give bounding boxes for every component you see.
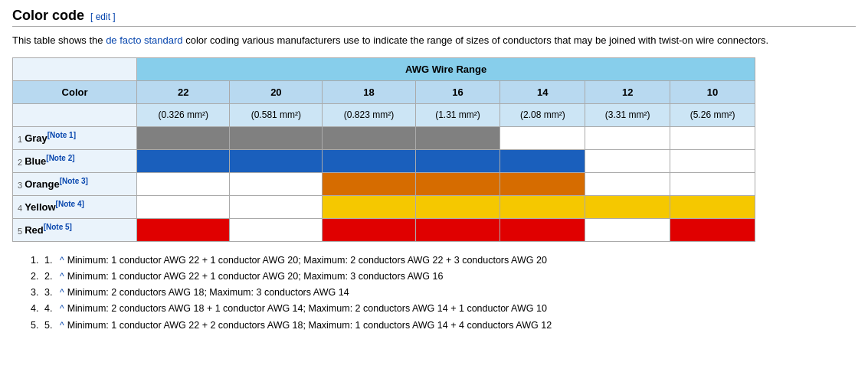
footnote-item: 5.^ Minimum: 1 conductor AWG 22 + 2 cond… bbox=[31, 318, 856, 334]
mm-22: (0.326 mm²) bbox=[137, 103, 230, 126]
color-cell bbox=[670, 172, 755, 195]
col-18: 18 bbox=[323, 80, 415, 103]
footnote-text: Minimum: 2 conductors AWG 18; Maximum: 3… bbox=[67, 285, 349, 301]
empty-corner bbox=[13, 57, 137, 80]
color-cell bbox=[137, 126, 230, 149]
color-cell bbox=[137, 195, 230, 218]
color-label: Orange bbox=[25, 179, 60, 191]
color-cell bbox=[415, 172, 500, 195]
section-title: Color code [ edit ] bbox=[12, 8, 856, 27]
col-10: 10 bbox=[670, 80, 755, 103]
color-cell bbox=[670, 126, 755, 149]
awg-header: AWG Wire Range bbox=[137, 57, 755, 80]
footnote-text: Minimum: 1 conductor AWG 22 + 1 conducto… bbox=[67, 253, 547, 269]
footnote-number: 3. bbox=[44, 285, 57, 301]
note-link[interactable]: [Note 5] bbox=[44, 223, 72, 231]
table-row: 4Yellow[Note 4] bbox=[13, 195, 755, 218]
note-link[interactable]: [Note 1] bbox=[47, 131, 76, 139]
footnote-item: 2.^ Minimum: 1 conductor AWG 22 + 1 cond… bbox=[31, 269, 856, 285]
color-cell bbox=[415, 195, 500, 218]
footnote-number: 1. bbox=[44, 253, 57, 269]
color-cell bbox=[323, 195, 415, 218]
color-cell bbox=[323, 218, 415, 241]
footnotes-section: 1.^ Minimum: 1 conductor AWG 22 + 1 cond… bbox=[31, 253, 856, 334]
row-number: 4 bbox=[18, 204, 22, 213]
color-cell bbox=[230, 126, 323, 149]
color-cell bbox=[670, 149, 755, 172]
color-cell bbox=[230, 218, 323, 241]
footnote-item: 1.^ Minimum: 1 conductor AWG 22 + 1 cond… bbox=[31, 253, 856, 269]
color-cell bbox=[500, 126, 585, 149]
color-cell bbox=[137, 172, 230, 195]
color-cell bbox=[585, 126, 670, 149]
mm-18: (0.823 mm²) bbox=[323, 103, 415, 126]
table-row: 5Red[Note 5] bbox=[13, 218, 755, 241]
header-awg-row: Color 22 20 18 16 14 12 10 bbox=[13, 80, 755, 103]
footnote-number: 2. bbox=[44, 269, 57, 285]
mm-14: (2.08 mm²) bbox=[500, 103, 585, 126]
header-top-row: AWG Wire Range bbox=[13, 57, 755, 80]
color-cell bbox=[670, 218, 755, 241]
footnote-number: 5. bbox=[44, 318, 57, 334]
footnote-arrow[interactable]: ^ bbox=[60, 318, 64, 334]
note-link[interactable]: [Note 4] bbox=[56, 200, 84, 208]
footnote-text: Minimum: 2 conductors AWG 18 + 1 conduct… bbox=[67, 301, 547, 317]
defacto-link[interactable]: de facto standard bbox=[106, 34, 182, 46]
intro-paragraph: This table shows the de facto standard c… bbox=[12, 33, 856, 48]
footnote-item: 3.^ Minimum: 2 conductors AWG 18; Maximu… bbox=[31, 285, 856, 301]
row-number: 1 bbox=[18, 135, 22, 144]
color-code-table: AWG Wire Range Color 22 20 18 16 14 12 1… bbox=[12, 57, 755, 242]
color-cell bbox=[670, 195, 755, 218]
color-cell bbox=[323, 172, 415, 195]
color-cell bbox=[585, 149, 670, 172]
header-mm-row: (0.326 mm²) (0.581 mm²) (0.823 mm²) (1.3… bbox=[13, 103, 755, 126]
footnote-arrow[interactable]: ^ bbox=[60, 285, 64, 301]
color-name-cell: 3Orange[Note 3] bbox=[13, 172, 137, 195]
footnote-text: Minimum: 1 conductor AWG 22 + 2 conducto… bbox=[67, 318, 552, 334]
row-number: 5 bbox=[18, 227, 22, 236]
color-cell bbox=[500, 172, 585, 195]
note-link[interactable]: [Note 2] bbox=[46, 154, 74, 162]
mm-10: (5.26 mm²) bbox=[670, 103, 755, 126]
col-16: 16 bbox=[415, 80, 500, 103]
footnote-text: Minimum: 1 conductor AWG 22 + 1 conducto… bbox=[67, 269, 444, 285]
color-name-cell: 2Blue[Note 2] bbox=[13, 149, 137, 172]
col-22: 22 bbox=[137, 80, 230, 103]
footnote-item: 4.^ Minimum: 2 conductors AWG 18 + 1 con… bbox=[31, 301, 856, 317]
color-cell bbox=[137, 218, 230, 241]
color-cell bbox=[500, 195, 585, 218]
col-14: 14 bbox=[500, 80, 585, 103]
color-name-cell: 1Gray[Note 1] bbox=[13, 126, 137, 149]
color-cell bbox=[230, 172, 323, 195]
footnote-arrow[interactable]: ^ bbox=[60, 301, 64, 317]
color-name-cell: 4Yellow[Note 4] bbox=[13, 195, 137, 218]
color-cell bbox=[585, 172, 670, 195]
color-label: Red bbox=[25, 225, 44, 237]
color-label: Gray bbox=[25, 133, 47, 145]
mm-16: (1.31 mm²) bbox=[415, 103, 500, 126]
footnote-arrow[interactable]: ^ bbox=[60, 253, 64, 269]
footnotes-list: 1.^ Minimum: 1 conductor AWG 22 + 1 cond… bbox=[31, 253, 856, 334]
note-link[interactable]: [Note 3] bbox=[60, 177, 88, 185]
color-cell bbox=[415, 126, 500, 149]
row-number: 2 bbox=[18, 158, 22, 167]
color-cell bbox=[500, 149, 585, 172]
col-12: 12 bbox=[585, 80, 670, 103]
table-row: 3Orange[Note 3] bbox=[13, 172, 755, 195]
row-number: 3 bbox=[18, 181, 22, 190]
table-body: 1Gray[Note 1]2Blue[Note 2]3Orange[Note 3… bbox=[13, 126, 755, 241]
color-cell bbox=[230, 195, 323, 218]
footnote-arrow[interactable]: ^ bbox=[60, 269, 64, 285]
edit-link[interactable]: [ edit ] bbox=[90, 11, 116, 22]
color-cell bbox=[415, 149, 500, 172]
color-cell bbox=[323, 149, 415, 172]
color-cell bbox=[323, 126, 415, 149]
color-cell bbox=[500, 218, 585, 241]
mm-20: (0.581 mm²) bbox=[230, 103, 323, 126]
footnote-number: 4. bbox=[44, 301, 57, 317]
color-cell bbox=[415, 218, 500, 241]
col-20: 20 bbox=[230, 80, 323, 103]
mm-12: (3.31 mm²) bbox=[585, 103, 670, 126]
color-label: Blue bbox=[25, 156, 46, 168]
color-cell bbox=[137, 149, 230, 172]
